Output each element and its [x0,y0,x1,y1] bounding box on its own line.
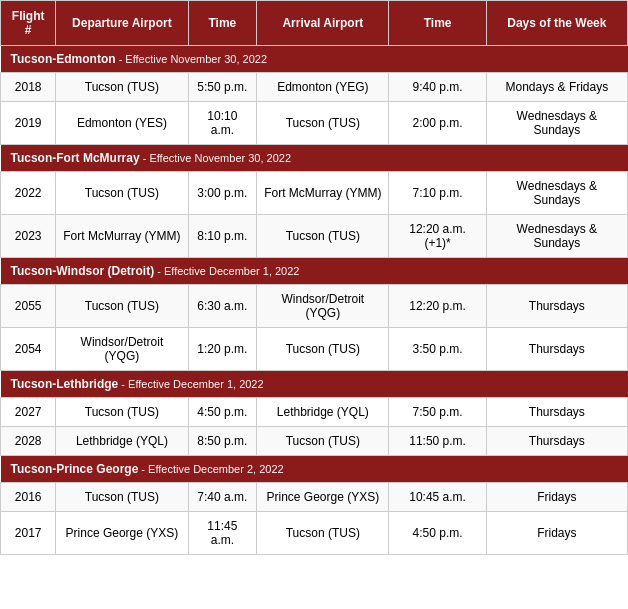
arr-time-cell: 11:50 p.m. [389,427,486,456]
flight-number-cell: 2017 [1,512,56,555]
col-arr-time: Time [389,1,486,46]
days-cell: Thursdays [486,427,627,456]
departure-cell: Windsor/Detroit (YQG) [56,328,188,371]
section-header-3: Tucson-Lethbridge - Effective December 1… [1,371,628,398]
arr-time-cell: 7:10 p.m. [389,172,486,215]
departure-cell: Tucson (TUS) [56,483,188,512]
departure-cell: Tucson (TUS) [56,398,188,427]
arr-time-cell: 4:50 p.m. [389,512,486,555]
arr-time-cell: 12:20 a.m. (+1)* [389,215,486,258]
flight-number-cell: 2019 [1,102,56,145]
arrival-cell: Fort McMurray (YMM) [257,172,389,215]
section-header-0: Tucson-Edmonton - Effective November 30,… [1,46,628,73]
days-cell: Thursdays [486,398,627,427]
departure-cell: Tucson (TUS) [56,73,188,102]
dep-time-cell: 8:50 p.m. [188,427,257,456]
arr-time-cell: 2:00 p.m. [389,102,486,145]
table-row: 2055Tucson (TUS)6:30 a.m.Windsor/Detroit… [1,285,628,328]
flight-number-cell: 2023 [1,215,56,258]
arr-time-cell: 9:40 p.m. [389,73,486,102]
section-title-4: Tucson-Prince George - Effective Decembe… [1,456,628,483]
section-title-3: Tucson-Lethbridge - Effective December 1… [1,371,628,398]
flight-number-cell: 2055 [1,285,56,328]
dep-time-cell: 5:50 p.m. [188,73,257,102]
days-cell: Fridays [486,483,627,512]
col-dep-time: Time [188,1,257,46]
col-flight-number: Flight # [1,1,56,46]
arr-time-cell: 12:20 p.m. [389,285,486,328]
table-row: 2019Edmonton (YES)10:10 a.m.Tucson (TUS)… [1,102,628,145]
flight-number-cell: 2027 [1,398,56,427]
departure-cell: Prince George (YXS) [56,512,188,555]
table-row: 2017Prince George (YXS)11:45 a.m.Tucson … [1,512,628,555]
dep-time-cell: 8:10 p.m. [188,215,257,258]
section-header-1: Tucson-Fort McMurray - Effective Novembe… [1,145,628,172]
arrival-cell: Tucson (TUS) [257,328,389,371]
arrival-cell: Tucson (TUS) [257,427,389,456]
arrival-cell: Tucson (TUS) [257,215,389,258]
arr-time-cell: 10:45 a.m. [389,483,486,512]
table-row: 2022Tucson (TUS)3:00 p.m.Fort McMurray (… [1,172,628,215]
flight-schedule-table: Flight # Departure Airport Time Arrival … [0,0,628,555]
flight-number-cell: 2018 [1,73,56,102]
dep-time-cell: 6:30 a.m. [188,285,257,328]
dep-time-cell: 4:50 p.m. [188,398,257,427]
col-departure-airport: Departure Airport [56,1,188,46]
table-row: 2028Lethbridge (YQL)8:50 p.m.Tucson (TUS… [1,427,628,456]
days-cell: Thursdays [486,285,627,328]
days-cell: Mondays & Fridays [486,73,627,102]
dep-time-cell: 10:10 a.m. [188,102,257,145]
days-cell: Thursdays [486,328,627,371]
section-header-4: Tucson-Prince George - Effective Decembe… [1,456,628,483]
table-row: 2016Tucson (TUS)7:40 a.m.Prince George (… [1,483,628,512]
table-row: 2027Tucson (TUS)4:50 p.m.Lethbridge (YQL… [1,398,628,427]
departure-cell: Tucson (TUS) [56,285,188,328]
section-title-1: Tucson-Fort McMurray - Effective Novembe… [1,145,628,172]
table-header-row: Flight # Departure Airport Time Arrival … [1,1,628,46]
table-row: 2018Tucson (TUS)5:50 p.m.Edmonton (YEG)9… [1,73,628,102]
dep-time-cell: 7:40 a.m. [188,483,257,512]
arrival-cell: Tucson (TUS) [257,102,389,145]
section-header-2: Tucson-Windsor (Detroit) - Effective Dec… [1,258,628,285]
table-row: 2054Windsor/Detroit (YQG)1:20 p.m.Tucson… [1,328,628,371]
arr-time-cell: 7:50 p.m. [389,398,486,427]
departure-cell: Tucson (TUS) [56,172,188,215]
table-row: 2023Fort McMurray (YMM)8:10 p.m.Tucson (… [1,215,628,258]
days-cell: Wednesdays & Sundays [486,215,627,258]
dep-time-cell: 11:45 a.m. [188,512,257,555]
flight-number-cell: 2028 [1,427,56,456]
section-title-2: Tucson-Windsor (Detroit) - Effective Dec… [1,258,628,285]
arrival-cell: Windsor/Detroit (YQG) [257,285,389,328]
arrival-cell: Lethbridge (YQL) [257,398,389,427]
arr-time-cell: 3:50 p.m. [389,328,486,371]
flight-number-cell: 2054 [1,328,56,371]
col-arrival-airport: Arrival Airport [257,1,389,46]
arrival-cell: Edmonton (YEG) [257,73,389,102]
flight-number-cell: 2016 [1,483,56,512]
dep-time-cell: 1:20 p.m. [188,328,257,371]
departure-cell: Edmonton (YES) [56,102,188,145]
departure-cell: Lethbridge (YQL) [56,427,188,456]
arrival-cell: Prince George (YXS) [257,483,389,512]
departure-cell: Fort McMurray (YMM) [56,215,188,258]
section-title-0: Tucson-Edmonton - Effective November 30,… [1,46,628,73]
days-cell: Wednesdays & Sundays [486,172,627,215]
arrival-cell: Tucson (TUS) [257,512,389,555]
days-cell: Fridays [486,512,627,555]
flight-number-cell: 2022 [1,172,56,215]
col-days: Days of the Week [486,1,627,46]
dep-time-cell: 3:00 p.m. [188,172,257,215]
days-cell: Wednesdays & Sundays [486,102,627,145]
